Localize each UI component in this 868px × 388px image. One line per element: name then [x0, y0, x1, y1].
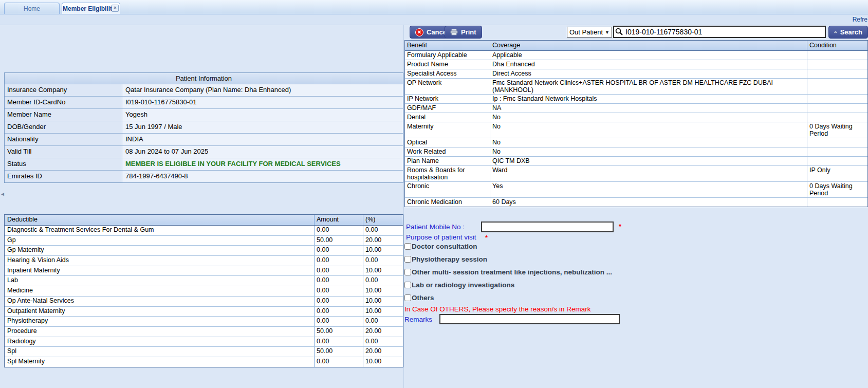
deductible-row: Outpatient Maternity0.0010.00	[5, 307, 403, 317]
condition-cell	[807, 138, 867, 147]
benefit-row: GDF/MAFNA	[405, 104, 867, 113]
benefit-cell: Chronic Medication	[405, 198, 490, 207]
patient-info-row: Member NameYogesh	[5, 109, 403, 121]
deductible-amount-cell: 0.00	[315, 276, 363, 286]
purpose-checkbox[interactable]	[404, 243, 411, 250]
benefit-table-header: Benefit Coverage Condition	[405, 41, 867, 51]
coverage-cell: Applicable	[490, 51, 807, 60]
deductible-amount-cell: 0.00	[315, 226, 363, 235]
patient-info-value: INDIA	[122, 134, 403, 145]
deductible-name-cell: Physiotherapy	[5, 317, 315, 326]
deductible-amount-cell: 0.00	[315, 317, 363, 326]
deductible-percent-cell: 10.00	[363, 307, 403, 317]
deductible-name-cell: Diagnostic & Treatment Services For Dent…	[5, 226, 315, 235]
percent-header-cell: (%)	[363, 215, 403, 225]
coverage-cell: Fmc Standard Network Clinics+ASTER HOSPI…	[490, 79, 807, 94]
patient-info-label: Valid Till	[5, 146, 122, 158]
deductible-amount-cell: 50.00	[315, 327, 363, 337]
condition-cell	[807, 60, 867, 69]
condition-cell: IP Only	[807, 166, 867, 181]
deductible-table-header: Deductible Amount (%)	[5, 215, 403, 226]
deductible-amount-cell: 0.00	[315, 357, 363, 367]
refresh-link[interactable]: Refre	[853, 16, 867, 23]
benefit-row: MaternityNo0 Days Waiting Period	[405, 122, 867, 138]
deductible-amount-cell: 50.00	[315, 347, 363, 357]
tab-home-label: Home	[24, 5, 40, 12]
mobile-label: Patient Mobile No :	[406, 223, 465, 231]
purpose-option: Doctor consultation	[404, 243, 612, 251]
benefit-cell: OP Network	[405, 79, 490, 94]
condition-cell	[807, 147, 867, 156]
deductible-name-cell: Procedure	[5, 327, 315, 337]
collapse-panel-icon[interactable]: ◄	[0, 191, 5, 197]
purpose-checkbox[interactable]	[404, 256, 411, 263]
patient-info-row: Insurance CompanyQatar Insurance Company…	[5, 84, 403, 97]
deductible-percent-cell: 10.00	[363, 266, 403, 276]
deductible-percent-cell: 0.00	[363, 256, 403, 266]
member-search	[613, 26, 826, 38]
coverage-cell: Dha Enhanced	[490, 60, 807, 69]
tab-home[interactable]: Home	[4, 3, 60, 14]
benefit-cell: Work Related	[405, 147, 490, 156]
patient-info-label: Member Name	[5, 109, 122, 121]
patient-info-row: NationalityINDIA	[5, 134, 403, 146]
panel-divider	[403, 25, 404, 388]
purpose-option-label: Others	[412, 294, 434, 302]
remarks-label: Remarks	[404, 316, 432, 323]
patient-info-title: Patient Information	[5, 73, 403, 84]
deductible-row: Medicine0.0010.00	[5, 286, 403, 297]
patient-info-value: I019-010-116775830-01	[122, 97, 403, 108]
benefit-row: ChronicYes0 Days Waiting Period	[405, 182, 867, 198]
deductible-name-cell: Spl Maternity	[5, 357, 315, 367]
visit-type-value: Out Patient	[569, 28, 603, 36]
member-search-input[interactable]	[613, 26, 826, 38]
deductible-amount-cell: 0.00	[315, 286, 363, 296]
patient-info-table: Patient Information Insurance CompanyQat…	[4, 72, 403, 183]
patient-info-label: Status	[5, 158, 122, 170]
deductible-row: Physiotherapy0.000.00	[5, 317, 403, 327]
deductible-percent-cell: 10.00	[363, 246, 403, 255]
purpose-checkbox[interactable]	[404, 282, 411, 288]
benefit-row: IP NetworkIp : Fmc Standard Network Hosp…	[405, 95, 867, 104]
coverage-cell: QIC TM DXB	[490, 157, 807, 165]
print-button[interactable]: Print	[445, 26, 482, 39]
benefit-cell: IP Network	[405, 95, 490, 103]
amount-header-cell: Amount	[315, 215, 363, 225]
deductible-row: Spl50.0020.00	[5, 347, 403, 357]
search-button[interactable]: Search	[828, 26, 868, 39]
member-eligibility-screen: Home Member Eligibilit × Refre ◄ ✕ Cance…	[0, 0, 868, 388]
deductible-name-cell: Outpatient Maternity	[5, 307, 315, 317]
deductible-amount-cell: 0.00	[315, 256, 363, 266]
tab-member-eligibility[interactable]: Member Eligibilit ×	[62, 3, 120, 14]
deductible-row: Inpatient Maternity0.0010.00	[5, 266, 403, 276]
toolbar: Refre	[0, 14, 868, 25]
benefit-table-rows: Formulary ApplicableApplicableProduct Na…	[405, 51, 867, 207]
coverage-cell: NA	[490, 104, 807, 113]
chevron-down-icon: ▼	[605, 30, 610, 35]
purpose-checkbox[interactable]	[404, 269, 411, 275]
others-note: In Case Of OTHERS, Please specify the re…	[404, 305, 590, 313]
deductible-percent-cell: 20.00	[363, 327, 403, 337]
deductible-percent-cell: 10.00	[363, 297, 403, 306]
mobile-input[interactable]	[481, 221, 614, 232]
coverage-cell: Direct Access	[490, 69, 807, 78]
benefit-cell: Rooms & Boards for hospitalisation	[405, 166, 490, 181]
purpose-option-label: Other multi- session treatment like inje…	[412, 268, 612, 276]
patient-info-rows: Insurance CompanyQatar Insurance Company…	[5, 84, 403, 182]
patient-info-label: Insurance Company	[5, 84, 122, 96]
patient-info-row: Valid Till08 Jun 2024 to 07 Jun 2025	[5, 146, 403, 158]
deductible-name-cell: Hearing & Vision Aids	[5, 256, 315, 266]
patient-info-label: DOB/Gender	[5, 121, 122, 133]
coverage-cell: Yes	[490, 182, 807, 197]
patient-info-row: DOB/Gender15 Jun 1997 / Male	[5, 121, 403, 134]
tab-close-icon[interactable]: ×	[112, 5, 119, 12]
visit-type-select[interactable]: Out Patient ▼	[567, 27, 612, 38]
purpose-checkbox[interactable]	[404, 294, 411, 301]
benefit-cell: Dental	[405, 113, 490, 122]
benefit-cell: Maternity	[405, 122, 490, 138]
benefit-cell: Plan Name	[405, 157, 490, 165]
remarks-input[interactable]	[439, 314, 620, 324]
coverage-cell: No	[490, 138, 807, 147]
purpose-option: Others	[404, 294, 612, 303]
binoculars-icon	[834, 29, 837, 35]
